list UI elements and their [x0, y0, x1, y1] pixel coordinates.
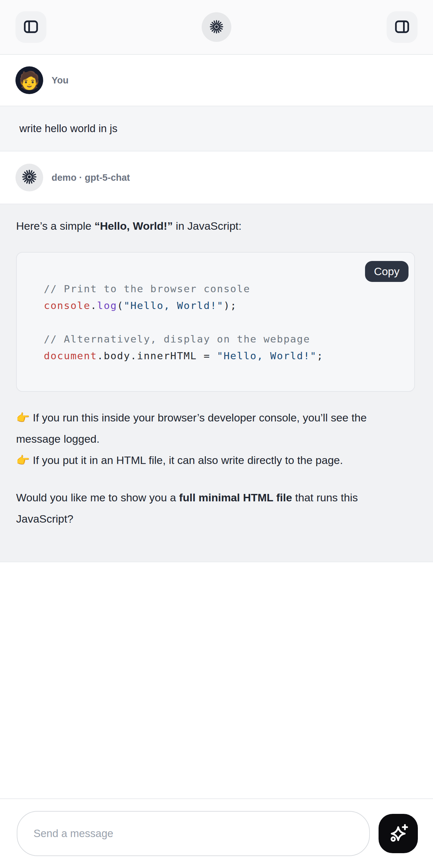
- chat-app: 🧑 You write hello world in js: [0, 0, 433, 868]
- text-segment: “Hello, World!”: [94, 220, 173, 232]
- user-message-bubble: write hello world in js: [0, 106, 433, 151]
- code-token-plain: .: [91, 300, 97, 311]
- user-author-label: You: [52, 75, 69, 86]
- text-segment: 👉 If you put it in an HTML file, it can …: [16, 454, 343, 466]
- chat-empty-space: [0, 562, 433, 798]
- assistant-author-label: demo · gpt-5-chat: [52, 173, 130, 183]
- text-segment: full minimal HTML file: [179, 491, 292, 504]
- code-line: document.body.innerHTML = "Hello, World!…: [44, 347, 405, 364]
- message-input[interactable]: [17, 811, 370, 856]
- sparkle-plus-icon: [387, 822, 409, 845]
- assistant-avatar: [16, 164, 43, 191]
- text-segment: Would you like me to show you a: [16, 491, 179, 504]
- code-content: // Print to the browser consoleconsole.l…: [44, 280, 405, 364]
- code-token-plain: (: [117, 300, 124, 311]
- user-message-text: write hello world in js: [19, 122, 117, 135]
- text-segment: Here’s a simple: [16, 220, 94, 232]
- code-line: // Print to the browser console: [44, 280, 405, 297]
- copy-code-button[interactable]: Copy: [365, 261, 408, 282]
- assistant-paragraph-run: 👉 If you run this inside your browser’s …: [16, 407, 389, 450]
- code-token-plain: .body.innerHTML =: [97, 350, 217, 362]
- assistant-message-header: demo · gpt-5-chat: [0, 151, 433, 204]
- code-line: console.log("Hello, World!");: [44, 297, 405, 314]
- panel-left-icon: [22, 18, 40, 36]
- person-emoji-icon: 🧑: [18, 71, 40, 89]
- starburst-icon: [20, 167, 39, 188]
- assistant-paragraph-html: 👉 If you put it in an HTML file, it can …: [16, 450, 389, 471]
- code-token-string: "Hello, World!": [124, 300, 224, 311]
- assistant-intro-text: Here’s a simple “Hello, World!” in JavaS…: [16, 215, 389, 237]
- code-token-comment: // Alternatively, display on the webpage: [44, 333, 310, 345]
- text-segment: in JavaScript:: [173, 220, 242, 232]
- toggle-left-sidebar-button[interactable]: [16, 11, 47, 43]
- code-token-keyword: document: [44, 350, 97, 362]
- code-block: Copy // Print to the browser consolecons…: [16, 252, 415, 392]
- toggle-right-sidebar-button[interactable]: [386, 11, 417, 43]
- user-message-header: 🧑 You: [0, 55, 433, 106]
- send-button[interactable]: [378, 814, 418, 853]
- code-token-plain: );: [224, 300, 237, 311]
- code-token-comment: // Print to the browser console: [44, 283, 250, 294]
- panel-right-icon: [393, 18, 411, 36]
- assistant-home-button[interactable]: [202, 12, 231, 42]
- assistant-paragraph-ask: Would you like me to show you a full min…: [16, 487, 389, 529]
- code-line: [44, 314, 405, 331]
- assistant-message-body: Here’s a simple “Hello, World!” in JavaS…: [0, 204, 433, 562]
- text-segment: 👉 If you run this inside your browser’s …: [16, 411, 367, 445]
- code-line: // Alternatively, display on the webpage: [44, 331, 405, 347]
- top-bar: [0, 0, 433, 55]
- composer-bar: [0, 798, 433, 868]
- starburst-icon: [208, 18, 225, 36]
- code-token-keyword: console: [44, 300, 91, 311]
- code-token-plain: ;: [317, 350, 323, 362]
- code-token-string: "Hello, World!": [217, 350, 317, 362]
- code-token-function: log: [97, 300, 117, 311]
- user-avatar: 🧑: [16, 66, 43, 94]
